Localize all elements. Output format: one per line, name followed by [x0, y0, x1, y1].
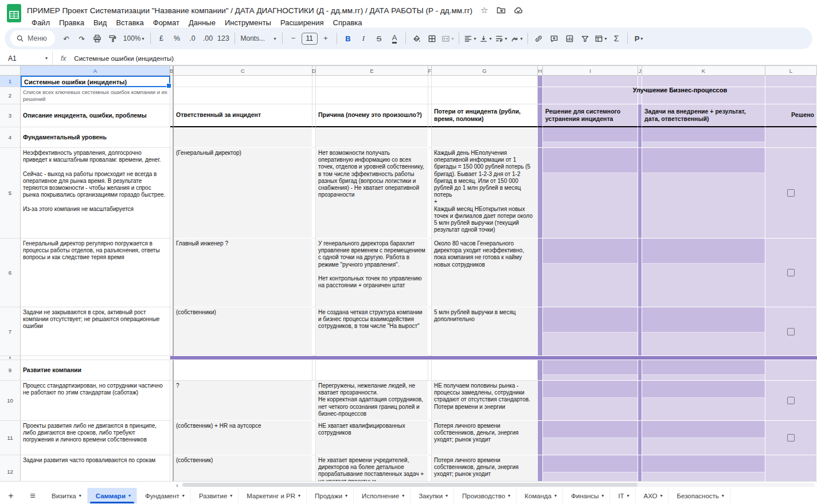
- col-header-a[interactable]: A: [21, 66, 170, 76]
- cell-c11[interactable]: (собственник) + HR на аутсорсе: [174, 421, 312, 455]
- cell-c10[interactable]: ?: [174, 381, 312, 421]
- col-header-h[interactable]: H: [538, 66, 543, 76]
- cell-k11[interactable]: [642, 421, 765, 455]
- cell-j4[interactable]: [638, 127, 642, 148]
- horizontal-scrollbar[interactable]: [182, 483, 815, 487]
- fill-color-button[interactable]: [409, 31, 424, 46]
- resolved-checkbox[interactable]: [787, 269, 795, 276]
- cell-g11[interactable]: Потеря личного времени собственников, де…: [432, 421, 538, 455]
- cell-e3[interactable]: Причина (почему это произошло?): [316, 104, 428, 127]
- cell-g2[interactable]: [432, 87, 538, 104]
- tab-dropdown-icon[interactable]: ▾: [508, 493, 510, 498]
- row-header-6[interactable]: 6: [0, 239, 21, 307]
- tab-finansy[interactable]: Финансы▾: [563, 488, 610, 503]
- select-all-button[interactable]: [0, 66, 21, 76]
- cell-j7[interactable]: [638, 307, 642, 356]
- tab-dropdown-icon[interactable]: ▾: [445, 493, 448, 498]
- cell-g4[interactable]: [432, 127, 538, 148]
- cell-j6[interactable]: [638, 239, 642, 307]
- cell-j10[interactable]: [638, 381, 642, 421]
- cell-l2[interactable]: [765, 87, 817, 104]
- star-icon[interactable]: ☆: [480, 5, 488, 15]
- menu-tools[interactable]: Инструменты: [220, 17, 276, 28]
- tab-aho[interactable]: АХО▾: [636, 488, 669, 503]
- tab-ispolnenie[interactable]: Исполнение▾: [354, 488, 411, 503]
- cell-h2[interactable]: [538, 87, 543, 104]
- tab-dropdown-icon[interactable]: ▾: [660, 493, 662, 498]
- redo-button[interactable]: ↷: [75, 31, 89, 46]
- cell-a4[interactable]: Фундаментальный уровень: [21, 127, 170, 148]
- currency-format-button[interactable]: £: [154, 31, 169, 46]
- tab-dropdown-icon[interactable]: ▾: [601, 493, 604, 498]
- cell-i4[interactable]: [543, 127, 638, 148]
- cell-l9[interactable]: [765, 360, 817, 381]
- insert-link-button[interactable]: [531, 31, 546, 46]
- cell-i2[interactable]: [543, 87, 638, 104]
- menu-insert[interactable]: Вставка: [111, 17, 148, 28]
- cell-a1[interactable]: Системные ошибки (инциденты): [21, 76, 170, 87]
- tab-dropdown-icon[interactable]: ▾: [722, 493, 724, 498]
- cell-h11[interactable]: [538, 421, 543, 455]
- font-size-input[interactable]: 11: [302, 33, 318, 45]
- font-selector[interactable]: Monts...▾: [239, 31, 279, 46]
- horizontal-align-button[interactable]: ▾: [463, 31, 478, 46]
- cell-i3[interactable]: Решение для системного устранения инциде…: [543, 104, 638, 127]
- row-header-4[interactable]: 4: [0, 127, 21, 148]
- tab-dropdown-icon[interactable]: ▾: [230, 493, 232, 498]
- borders-button[interactable]: [425, 31, 440, 46]
- cell-h1[interactable]: [538, 76, 543, 87]
- cell-l10[interactable]: [765, 381, 817, 421]
- decrease-font-size-button[interactable]: −: [286, 31, 301, 46]
- cell-g12[interactable]: Потеря личного времени собственников, де…: [432, 455, 538, 481]
- resolved-checkbox[interactable]: [787, 189, 795, 197]
- tab-komanda[interactable]: Команда▾: [517, 488, 563, 503]
- cell-i5[interactable]: [543, 148, 638, 239]
- cell-a9[interactable]: Развитие компании: [21, 360, 170, 381]
- cell-j5[interactable]: [638, 148, 642, 239]
- cell-i7[interactable]: [543, 307, 638, 356]
- tab-dropdown-icon[interactable]: ▾: [627, 493, 630, 498]
- move-to-folder-icon[interactable]: [497, 6, 506, 15]
- cell-e6[interactable]: У генерального директора барахлит управл…: [316, 239, 428, 307]
- tab-fundament[interactable]: Фундамент▾: [137, 488, 191, 503]
- cell-i9[interactable]: [543, 360, 638, 381]
- cell-k3[interactable]: Задачи на внедрение + результат, дата, о…: [642, 104, 765, 127]
- cell-e1[interactable]: [316, 76, 428, 87]
- tab-zakupki[interactable]: Закупки▾: [411, 488, 454, 503]
- tab-prodazhi[interactable]: Продажи▾: [307, 488, 354, 503]
- cell-e9[interactable]: [316, 360, 428, 381]
- tab-dropdown-icon[interactable]: ▾: [182, 493, 185, 498]
- increase-decimals-button[interactable]: .00: [201, 31, 216, 46]
- menu-help[interactable]: Справка: [329, 17, 367, 28]
- tab-razvitie[interactable]: Развитие▾: [191, 488, 239, 503]
- undo-button[interactable]: ↶: [59, 31, 74, 46]
- cell-i12[interactable]: [543, 455, 638, 481]
- tab-marketing-pr[interactable]: Маркетинг и PR▾: [239, 488, 307, 503]
- resolved-checkbox[interactable]: [787, 328, 795, 335]
- tab-dropdown-icon[interactable]: ▾: [554, 493, 557, 498]
- tab-vizitka[interactable]: Визитка▾: [44, 488, 88, 503]
- merge-cells-button[interactable]: ▾: [440, 31, 455, 46]
- tab-bezopasnost[interactable]: Безопасность▾: [669, 488, 730, 503]
- cell-g6[interactable]: Около 80 часов Генерального директора ух…: [432, 239, 538, 307]
- section-divider-band[interactable]: [170, 356, 817, 360]
- cell-k2[interactable]: [642, 87, 765, 104]
- cell-l1[interactable]: [765, 76, 817, 87]
- scrollbar-thumb[interactable]: [182, 483, 638, 487]
- cell-l12[interactable]: [765, 455, 817, 481]
- strikethrough-button[interactable]: S: [372, 31, 386, 46]
- sheets-logo-icon[interactable]: [7, 4, 21, 25]
- text-wrap-button[interactable]: ▾: [494, 31, 509, 46]
- decrease-decimals-button[interactable]: .0: [185, 31, 200, 46]
- cell-l5[interactable]: [765, 148, 817, 239]
- cell-h7[interactable]: [538, 307, 543, 356]
- cell-h9[interactable]: [538, 360, 543, 381]
- tab-proizvodstvo[interactable]: Производство▾: [454, 488, 517, 503]
- tab-dropdown-icon[interactable]: ▾: [298, 493, 300, 498]
- cell-e2[interactable]: [316, 87, 428, 104]
- col-header-e[interactable]: E: [316, 66, 428, 76]
- cell-c12[interactable]: (собственник): [174, 455, 312, 481]
- cell-i10[interactable]: [543, 381, 638, 421]
- cell-a10[interactable]: Процесс стандартизирован, но сотрудники …: [21, 381, 170, 421]
- cell-h12[interactable]: [538, 455, 543, 481]
